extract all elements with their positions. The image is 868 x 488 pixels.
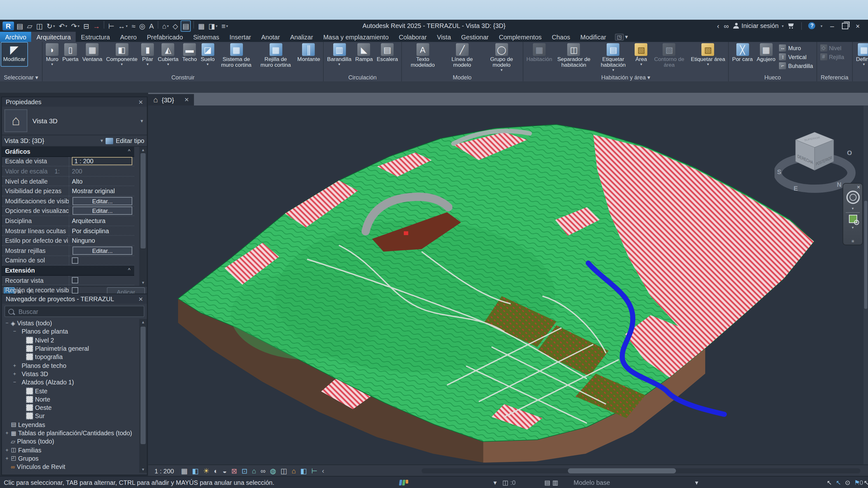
measure-view-icon[interactable]: ⊢ [311,466,317,476]
collapse-icon[interactable]: ^ [128,149,134,154]
select-underlay-elements-icon[interactable]: ↖ [836,479,841,486]
close-icon[interactable]: ✕ [138,296,143,302]
ribbon-tab-insertar[interactable]: Insertar [224,32,256,42]
ribbon-button-barandilla[interactable]: ▥Barandilla▾ [325,42,353,66]
tree-expander[interactable]: − [4,320,9,326]
property-value[interactable]: Editar... [69,246,134,255]
property-value[interactable]: Por disciplina [69,226,134,235]
design-option-chevron-icon[interactable]: ▾ [695,479,698,486]
store-cart-icon[interactable] [788,23,795,28]
ribbon-button-agujero[interactable]: ▦Agujero▾ [755,42,777,66]
collapse-icon[interactable]: ^ [128,267,134,273]
chevron-down-icon[interactable]: ▾ [852,206,854,210]
browser-search[interactable] [4,306,144,317]
ribbon-button-sistema-de-muro-cortina[interactable]: ▦Sistema de muro cortina▾ [217,42,256,72]
edit-button[interactable]: Editar... [72,246,132,255]
shadows-icon[interactable]: ◐ [214,466,218,476]
ribbon-button-escalera[interactable]: ▤Escalera▾ [375,42,400,66]
ribbon-button-etiquetar-area[interactable]: ▧Etiquetar área▾ [689,42,727,66]
ribbon-button-rejilla-de-muro-cortina[interactable]: ▦Rejilla de muro cortina▾ [256,42,296,72]
collapse-icon[interactable]: ‹ [322,466,324,476]
panel-label[interactable]: Modelo [402,74,523,82]
ribbon-button-vertical[interactable]: ↕Vertical [779,53,813,61]
tree-item-tablas-de-planificacion-cantidades-todo[interactable]: +▦Tablas de planificación/Cantidades (to… [2,429,138,437]
scroll-up-icon[interactable]: ▴ [139,320,147,325]
ribbon-button-nivel[interactable]: ◇Nivel [820,44,844,52]
displace-elements-icon[interactable]: ⌂ [291,466,296,476]
ribbon-tab-archivo[interactable]: Archivo [0,32,31,42]
ribbon-display-options[interactable]: ◳ ▾ [615,32,628,42]
properties-scrollbar[interactable]: ▴ ▾ [139,147,147,286]
tree-item-planimetria-general[interactable]: Planimetría general [2,345,138,353]
tree-item-alzados-alzado-1[interactable]: −Alzados (Alzado 1) [2,378,138,387]
value-input[interactable]: 1 : 200 [72,157,132,165]
tree-expander[interactable]: + [12,371,17,377]
ribbon-tab-sistemas[interactable]: Sistemas [188,32,224,42]
reveal-constraints-icon[interactable]: ⌂ [252,466,256,476]
worksets-status[interactable]: ◫ :0 [502,479,516,486]
instance-selector[interactable]: Vista 3D: {3D} ▾ Editar tipo [2,135,147,147]
panel-label[interactable]: Circulación [324,74,401,82]
ribbon-button-buhardilla[interactable]: ⌐Buhardilla [779,62,813,70]
compass-north-label[interactable]: N [837,181,841,188]
property-value[interactable]: Editar... [69,206,134,216]
ribbon-tab-prefabricado[interactable]: Prefabricado [142,32,188,42]
tree-item-nivel-2[interactable]: Nivel 2 [2,336,138,345]
ribbon-button-rejilla[interactable]: #Rejilla [820,53,844,61]
measure-button[interactable]: ⊢ [107,21,116,31]
visual-style-icon[interactable]: ◧ [192,466,199,476]
ribbon-tab-modificar[interactable]: Modificar [575,32,611,42]
design-option-selector[interactable]: Modelo base [574,479,610,486]
tree-expander[interactable]: + [4,447,9,453]
property-value[interactable] [69,275,134,285]
tree-item-vistas-todo[interactable]: −◈Vistas (todo) [2,319,138,328]
tree-item-leyendas[interactable]: ▤Leyendas [2,420,138,429]
crop-view-icon[interactable]: ⊠ [231,466,237,476]
ribbon-button-area[interactable]: ▧Área▾ [633,42,650,66]
ribbon-button-rampa[interactable]: ◣Rampa▾ [353,42,375,66]
panel-label[interactable]: Construir [42,74,323,82]
thin-lines-button[interactable]: ▤ [181,20,191,31]
property-value[interactable]: Mostrar original [69,187,134,196]
ribbon-tab-colaborar[interactable]: Colaborar [394,32,432,42]
ribbon-button-separador-de-habitacion[interactable]: ◫Separador de habitación▾ [554,42,594,72]
ribbon-tab-gestionar[interactable]: Gestionar [456,32,494,42]
filter-status[interactable]: :0 [858,479,863,486]
ribbon-button-techo[interactable]: ▬Techo▾ [180,42,199,66]
close-view-icon[interactable]: ✕ [184,97,189,103]
compass-south-label[interactable]: S [777,168,781,175]
ribbon-button-suelo[interactable]: ◪Suelo▾ [199,42,217,66]
chevron-down-icon[interactable]: ▾ [141,118,144,124]
ribbon-button-ventana[interactable]: ▦Ventana▾ [81,42,104,66]
panel-label[interactable]: Hueco [729,74,816,82]
help-icon[interactable]: ? [809,22,815,29]
close-button[interactable]: × [852,22,863,30]
ribbon-button-texto-modelado[interactable]: ATexto modelado▾ [403,42,442,72]
panel-label[interactable]: Seleccionar ▾ [0,74,42,82]
panel-label[interactable]: Referencia [817,74,852,82]
ribbon-button-modificar[interactable]: ◤Modificar▾ [1,42,27,66]
ribbon-tab-analizar[interactable]: Analizar [285,32,318,42]
properties-header[interactable]: Propiedades ✕ [2,97,147,107]
tree-item-vistas-3d[interactable]: +Vistas 3D [2,370,138,379]
select-pinned-elements-icon[interactable]: ⊙ [845,479,850,486]
sync-with-central-button[interactable]: ↻▾ [45,21,56,31]
navigation-bar[interactable]: ✕ ▾ ▾ ≡ [843,183,863,245]
ribbon-button-por-cara[interactable]: ╳Por cara▾ [730,42,755,66]
design-options-icons[interactable]: ▤ ▥ [544,479,558,486]
ribbon-tab-acero[interactable]: Acero [115,32,142,42]
ribbon-tab-estructura[interactable]: Estructura [76,32,115,42]
sun-path-icon[interactable]: ☀ [203,466,210,476]
print-button[interactable]: ⊟ [82,21,90,31]
tree-item-planos-de-techo[interactable]: +Planos de techo [2,361,138,370]
close-icon[interactable]: ✕ [138,99,143,105]
scrollbar-thumb[interactable] [864,201,867,309]
temporary-view-properties-icon[interactable]: ◫ [280,466,287,476]
panel-label[interactable]: Plano de trabajo [853,74,868,82]
drag-elements-on-selection-icon[interactable]: ↖ [864,479,868,486]
detail-level-icon[interactable]: ▦ [181,466,188,476]
ribbon-button-puerta[interactable]: ▯Puerta▾ [60,42,81,66]
section-button[interactable]: ◇ [172,21,179,31]
panel-label[interactable]: Habitación y área ▾ [523,74,728,82]
ribbon-button-habitacion[interactable]: ▦Habitación▾ [525,42,554,66]
